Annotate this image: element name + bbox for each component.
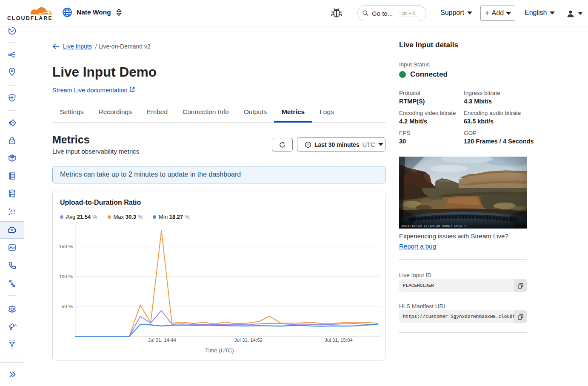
- svg-text:150 %: 150 %: [59, 243, 73, 249]
- svg-text:100 %: 100 %: [59, 274, 73, 279]
- svg-text:Time (UTC): Time (UTC): [205, 347, 234, 354]
- svg-text:50 %: 50 %: [62, 304, 73, 309]
- svg-text:Jul 31, 14:44: Jul 31, 14:44: [148, 337, 176, 343]
- svg-text:2021/10/20 17:54:29 AUKEY DROZ: 2021/10/20 17:54:29 AUKEY DROZ P: [401, 224, 467, 228]
- svg-text:CLOUDFLARE: CLOUDFLARE: [7, 15, 53, 21]
- svg-text:Jul 31, 14:52: Jul 31, 14:52: [234, 337, 263, 343]
- svg-text:Jul 31, 15:04: Jul 31, 15:04: [325, 337, 353, 343]
